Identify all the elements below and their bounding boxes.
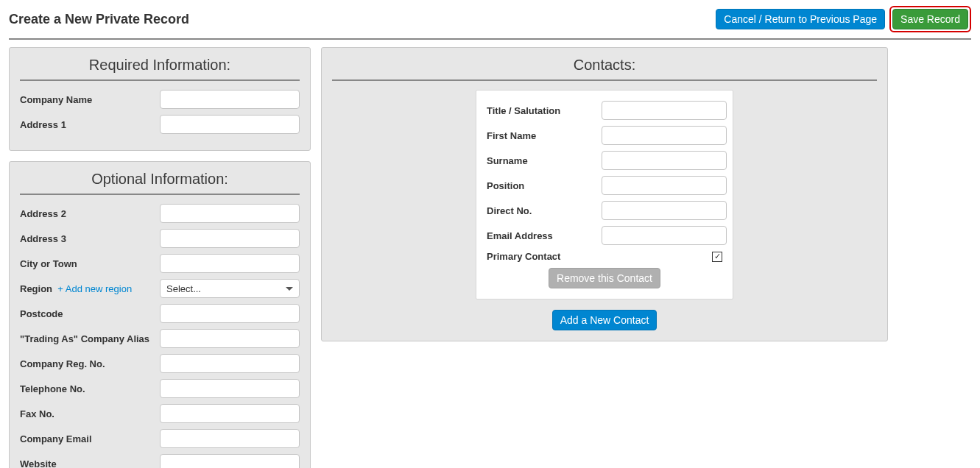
company-email-label: Company Email: [20, 433, 155, 444]
address1-label: Address 1: [20, 119, 155, 130]
region-select-text: Select...: [166, 283, 201, 294]
tel-label: Telephone No.: [20, 383, 155, 394]
cancel-button[interactable]: Cancel / Return to Previous Page: [716, 9, 885, 29]
add-region-link[interactable]: + Add new region: [57, 283, 132, 294]
optional-panel-title: Optional Information:: [20, 171, 300, 188]
header-buttons: Cancel / Return to Previous Page Save Re…: [716, 6, 971, 32]
first-name-label: First Name: [487, 130, 597, 141]
address3-input[interactable]: [160, 229, 300, 248]
reg-no-input[interactable]: [160, 354, 300, 373]
contacts-panel: Contacts: Title / Salutation First Name …: [321, 47, 888, 341]
primary-contact-checkbox[interactable]: ✓: [712, 252, 722, 262]
save-highlight: Save Record: [889, 6, 971, 32]
save-button[interactable]: Save Record: [892, 9, 968, 29]
city-input[interactable]: [160, 254, 300, 273]
postcode-input[interactable]: [160, 304, 300, 323]
contacts-panel-title: Contacts:: [332, 57, 877, 74]
company-name-label: Company Name: [20, 94, 155, 105]
add-contact-button[interactable]: Add a New Contact: [552, 310, 658, 330]
header-divider: [9, 38, 971, 40]
direct-no-input[interactable]: [602, 201, 727, 220]
primary-contact-label: Primary Contact: [487, 251, 597, 262]
region-select[interactable]: Select...: [160, 279, 300, 298]
title-salutation-input[interactable]: [602, 101, 727, 120]
page-title: Create a New Private Record: [9, 12, 189, 27]
reg-no-label: Company Reg. No.: [20, 358, 155, 369]
first-name-input[interactable]: [602, 126, 727, 145]
fax-input[interactable]: [160, 404, 300, 423]
contact-email-label: Email Address: [487, 230, 597, 241]
address2-input[interactable]: [160, 204, 300, 223]
address3-label: Address 3: [20, 233, 155, 244]
address2-label: Address 2: [20, 208, 155, 219]
surname-label: Surname: [487, 155, 597, 166]
surname-input[interactable]: [602, 151, 727, 170]
contact-email-input[interactable]: [602, 226, 727, 245]
address1-input[interactable]: [160, 115, 300, 134]
company-name-input[interactable]: [160, 90, 300, 109]
direct-no-label: Direct No.: [487, 205, 597, 216]
panel-divider: [20, 79, 300, 81]
remove-contact-button[interactable]: Remove this Contact: [549, 268, 660, 288]
contact-card: Title / Salutation First Name Surname Po…: [476, 90, 733, 299]
tel-input[interactable]: [160, 379, 300, 398]
fax-label: Fax No.: [20, 408, 155, 419]
trading-as-input[interactable]: [160, 329, 300, 348]
optional-panel: Optional Information: Address 2 Address …: [9, 161, 311, 468]
website-label: Website: [20, 458, 155, 469]
city-label: City or Town: [20, 258, 155, 269]
required-panel-title: Required Information:: [20, 57, 300, 74]
position-input[interactable]: [602, 176, 727, 195]
company-email-input[interactable]: [160, 429, 300, 448]
required-panel: Required Information: Company Name Addre…: [9, 47, 311, 151]
postcode-label: Postcode: [20, 308, 155, 319]
position-label: Position: [487, 180, 597, 191]
trading-as-label: "Trading As" Company Alias: [20, 333, 155, 344]
panel-divider: [332, 79, 877, 81]
website-input[interactable]: [160, 454, 300, 468]
region-label: Region: [20, 283, 52, 294]
title-salutation-label: Title / Salutation: [487, 105, 597, 116]
panel-divider: [20, 194, 300, 195]
region-label-wrap: Region + Add new region: [20, 283, 155, 294]
